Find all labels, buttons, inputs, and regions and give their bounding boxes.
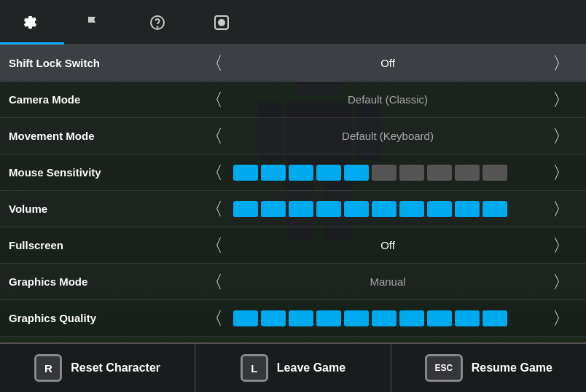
setting-control-graphics-mode: 〈Manual〉 <box>198 270 577 294</box>
setting-row-graphics-quality: Graphics Quality〈〉 <box>0 300 586 337</box>
slider-segment-7 <box>427 201 452 217</box>
slider-segment-6 <box>399 165 424 181</box>
setting-value-movement-mode: Default (Keyboard) <box>230 130 545 142</box>
setting-value-camera-mode: Default (Classic) <box>230 93 545 106</box>
arrow-left-graphics-mode[interactable]: 〈 <box>198 270 230 294</box>
slider-segment-1 <box>261 310 286 326</box>
arrow-right-volume[interactable]: 〉 <box>545 197 577 221</box>
slider-segment-3 <box>316 165 341 181</box>
arrow-right-fullscreen[interactable]: 〉 <box>545 234 577 257</box>
arrow-right-movement-mode[interactable]: 〉 <box>545 125 577 148</box>
slider-segment-4 <box>344 165 369 181</box>
setting-control-camera-mode: 〈Default (Classic)〉 <box>198 88 577 111</box>
question-icon <box>149 14 166 31</box>
slider-segment-6 <box>399 310 424 326</box>
arrow-right-mouse-sensitivity[interactable]: 〉 <box>545 161 577 184</box>
arrow-left-camera-mode[interactable]: 〈 <box>198 88 230 111</box>
slider-segment-3 <box>316 310 341 326</box>
setting-control-fullscreen: 〈Off〉 <box>198 234 577 257</box>
slider-segment-7 <box>427 310 452 326</box>
key-box-reset-character: R <box>34 354 62 382</box>
nav-record[interactable] <box>192 0 257 44</box>
flag-icon <box>85 14 102 31</box>
setting-label-shift-lock: Shift Lock Switch <box>9 57 198 69</box>
slider-segment-2 <box>289 201 313 217</box>
setting-row-graphics-mode: Graphics Mode〈Manual〉 <box>0 264 586 300</box>
bottom-btn-leave-game[interactable]: LLeave Game <box>195 344 391 392</box>
setting-row-mouse-sensitivity: Mouse Sensitivity〈〉 <box>0 154 586 191</box>
svg-point-9 <box>219 20 224 26</box>
slider-segment-9 <box>483 201 507 217</box>
nav-help[interactable] <box>128 0 192 44</box>
arrow-right-camera-mode[interactable]: 〉 <box>545 88 577 111</box>
slider-bar-mouse-sensitivity[interactable] <box>230 165 545 181</box>
setting-label-camera-mode: Camera Mode <box>9 93 198 106</box>
arrow-left-shift-lock[interactable]: 〈 <box>198 52 230 75</box>
setting-value-fullscreen: Off <box>230 239 545 251</box>
arrow-right-graphics-quality[interactable]: 〉 <box>545 307 577 330</box>
setting-row-movement-mode: Movement Mode〈Default (Keyboard)〉 <box>0 118 586 154</box>
setting-row-shift-lock: Shift Lock Switch〈Off〉 <box>0 45 586 82</box>
setting-label-volume: Volume <box>9 203 198 215</box>
setting-control-mouse-sensitivity: 〈〉 <box>198 161 577 184</box>
slider-segment-2 <box>289 165 313 181</box>
slider-segment-8 <box>455 310 480 326</box>
nav-settings[interactable] <box>0 0 64 44</box>
slider-segment-9 <box>483 310 507 326</box>
slider-segment-8 <box>455 165 480 181</box>
slider-segment-1 <box>261 201 286 217</box>
slider-segment-4 <box>344 310 369 326</box>
bottom-btn-reset-character[interactable]: RReset Character <box>0 344 195 392</box>
setting-label-fullscreen: Fullscreen <box>9 239 198 251</box>
nav-report[interactable] <box>64 0 128 44</box>
bottom-btn-label-leave-game: Leave Game <box>277 361 345 375</box>
key-box-resume-game: ESC <box>425 354 463 382</box>
arrow-left-volume[interactable]: 〈 <box>198 197 230 221</box>
arrow-left-fullscreen[interactable]: 〈 <box>198 234 230 257</box>
slider-segment-8 <box>455 201 480 217</box>
slider-segment-3 <box>316 201 341 217</box>
bottom-btn-label-resume-game: Resume Game <box>472 361 552 375</box>
record-icon <box>213 14 230 31</box>
main-panel: Shift Lock Switch〈Off〉Camera Mode〈Defaul… <box>0 0 586 392</box>
slider-bar-volume[interactable] <box>230 201 545 217</box>
arrow-right-graphics-mode[interactable]: 〉 <box>545 270 577 294</box>
bottom-bar: RReset CharacterLLeave GameESCResume Gam… <box>0 342 586 392</box>
slider-segment-9 <box>483 165 507 181</box>
slider-segment-5 <box>372 165 396 181</box>
slider-segment-5 <box>372 310 396 326</box>
slider-segment-0 <box>233 165 258 181</box>
arrow-left-graphics-quality[interactable]: 〈 <box>198 307 230 330</box>
setting-control-volume: 〈〉 <box>198 197 577 221</box>
slider-segment-2 <box>289 310 313 326</box>
slider-segment-0 <box>233 310 258 326</box>
setting-label-graphics-mode: Graphics Mode <box>9 275 198 288</box>
setting-row-camera-mode: Camera Mode〈Default (Classic)〉 <box>0 82 586 118</box>
arrow-left-mouse-sensitivity[interactable]: 〈 <box>198 161 230 184</box>
bottom-btn-resume-game[interactable]: ESCResume Game <box>391 344 586 392</box>
slider-segment-4 <box>344 201 369 217</box>
setting-label-movement-mode: Movement Mode <box>9 130 198 142</box>
arrow-left-movement-mode[interactable]: 〈 <box>198 125 230 148</box>
setting-label-graphics-quality: Graphics Quality <box>9 312 198 324</box>
slider-bar-graphics-quality[interactable] <box>230 310 545 326</box>
arrow-right-shift-lock[interactable]: 〉 <box>545 52 577 75</box>
slider-segment-0 <box>233 201 258 217</box>
slider-segment-7 <box>427 165 452 181</box>
settings-area: Shift Lock Switch〈Off〉Camera Mode〈Defaul… <box>0 45 586 342</box>
setting-row-volume: Volume〈〉 <box>0 191 586 227</box>
setting-row-fullscreen: Fullscreen〈Off〉 <box>0 227 586 264</box>
setting-control-graphics-quality: 〈〉 <box>198 307 577 330</box>
gear-icon <box>20 14 38 31</box>
setting-value-shift-lock: Off <box>230 57 545 69</box>
setting-value-graphics-mode: Manual <box>230 275 545 288</box>
key-box-leave-game: L <box>241 354 268 382</box>
svg-point-7 <box>157 26 158 27</box>
slider-segment-6 <box>399 201 424 217</box>
setting-control-shift-lock: 〈Off〉 <box>198 52 577 75</box>
setting-label-mouse-sensitivity: Mouse Sensitivity <box>9 166 198 179</box>
slider-segment-5 <box>372 201 396 217</box>
setting-control-movement-mode: 〈Default (Keyboard)〉 <box>198 125 577 148</box>
top-nav <box>0 0 586 45</box>
slider-segment-1 <box>261 165 286 181</box>
